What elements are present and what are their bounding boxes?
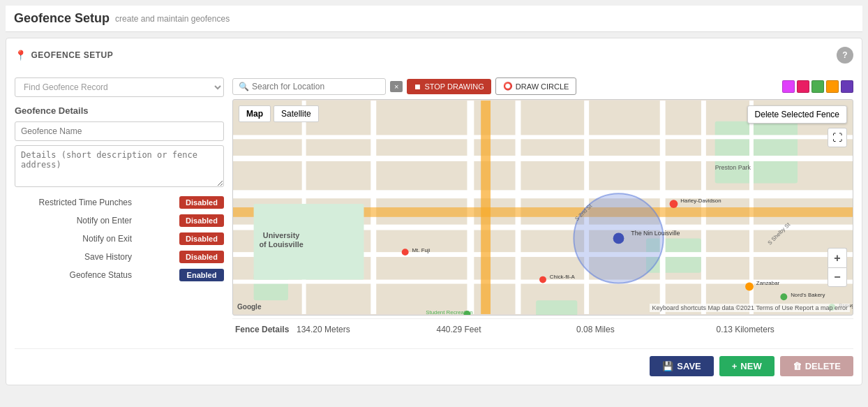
map-controls-row: 🔍 × ⏹ STOP DRAWING ⭕ DRAW CIRCLE bbox=[232, 77, 853, 95]
zoom-out-button[interactable]: − bbox=[828, 267, 847, 287]
color-swatch-orange[interactable] bbox=[826, 80, 839, 93]
page-title: Geofence Setup bbox=[14, 11, 110, 26]
geofence-status-toggle[interactable]: Enabled bbox=[179, 269, 224, 281]
svg-rect-5 bbox=[233, 190, 853, 198]
map-tab-map[interactable]: Map bbox=[239, 105, 271, 122]
search-clear-button[interactable]: × bbox=[390, 81, 403, 92]
fence-detail-feet: 440.29 Feet bbox=[437, 325, 571, 334]
svg-point-29 bbox=[539, 276, 546, 283]
notify-enter-label: Notify on Enter bbox=[15, 216, 137, 225]
delete-button[interactable]: 🗑 DELETE bbox=[780, 356, 853, 376]
svg-text:Preston Park: Preston Park bbox=[715, 164, 751, 171]
svg-text:Student Recreation: Student Recreation bbox=[426, 309, 472, 315]
svg-rect-9 bbox=[233, 156, 853, 161]
fullscreen-button[interactable]: ⛶ bbox=[828, 128, 847, 147]
page-subtitle: create and maintain geofences bbox=[115, 14, 230, 24]
find-geofence-select[interactable]: Find Geofence Record bbox=[15, 77, 224, 97]
color-swatch-pink[interactable] bbox=[797, 80, 809, 93]
fence-detail-meters: 134.20 Meters bbox=[297, 325, 431, 334]
save-history-label: Save History bbox=[15, 252, 137, 262]
svg-text:Chick-fil-A: Chick-fil-A bbox=[550, 274, 576, 280]
main-card: 📍 GEOFENCE SETUP ? Find Geofence Record … bbox=[6, 38, 862, 385]
save-button[interactable]: 💾 SAVE bbox=[650, 356, 713, 376]
draw-circle-button[interactable]: ⭕ DRAW CIRCLE bbox=[495, 77, 577, 95]
zoom-controls: + − bbox=[828, 248, 847, 287]
left-panel: Find Geofence Record Geofence Details Re… bbox=[15, 77, 224, 340]
svg-point-35 bbox=[780, 293, 787, 300]
circle-icon: ⭕ bbox=[503, 82, 513, 91]
map-tab-satellite[interactable]: Satellite bbox=[274, 105, 319, 122]
stop-drawing-button[interactable]: ⏹ STOP DRAWING bbox=[407, 79, 491, 94]
zoom-in-button[interactable]: + bbox=[828, 248, 847, 267]
page-title-bar: Geofence Setup create and maintain geofe… bbox=[6, 6, 862, 32]
svg-point-33 bbox=[745, 283, 754, 291]
fence-details-label: Fence Details bbox=[235, 325, 291, 334]
help-button[interactable]: ? bbox=[837, 47, 853, 64]
color-swatches bbox=[782, 80, 853, 93]
color-swatch-purple[interactable] bbox=[782, 80, 795, 93]
color-swatch-dark-purple[interactable] bbox=[841, 80, 853, 93]
restricted-time-punches-row: Restricted Time Punches Disabled bbox=[15, 196, 224, 209]
svg-text:Zanzabar: Zanzabar bbox=[756, 280, 780, 286]
svg-text:Mt. Fuji: Mt. Fuji bbox=[412, 247, 431, 253]
geofence-name-input[interactable] bbox=[15, 121, 224, 141]
find-geofence-row: Find Geofence Record bbox=[15, 77, 224, 97]
search-icon: 🔍 bbox=[239, 82, 249, 91]
fence-detail-miles: 0.08 Miles bbox=[576, 325, 711, 334]
save-history-toggle[interactable]: Disabled bbox=[179, 251, 224, 263]
geofence-status-row: Geofence Status Enabled bbox=[15, 269, 224, 281]
search-box: 🔍 bbox=[232, 78, 386, 95]
svg-rect-3 bbox=[536, 300, 577, 315]
fence-details-bar: Fence Details 134.20 Meters 440.29 Feet … bbox=[232, 318, 853, 340]
svg-text:of Louisville: of Louisville bbox=[259, 240, 303, 249]
notify-exit-toggle[interactable]: Disabled bbox=[179, 232, 224, 245]
geofence-details-textarea[interactable] bbox=[15, 145, 224, 187]
google-logo: Google bbox=[237, 303, 261, 311]
restricted-time-punches-toggle[interactable]: Disabled bbox=[179, 196, 224, 209]
fence-detail-km: 0.13 Kilometers bbox=[717, 325, 851, 334]
section-title: GEOFENCE SETUP bbox=[31, 50, 114, 60]
color-swatch-green[interactable] bbox=[811, 80, 824, 93]
pin-icon: 📍 bbox=[15, 50, 27, 61]
svg-text:Harley-Davidson: Harley-Davidson bbox=[680, 198, 721, 204]
svg-point-25 bbox=[613, 233, 624, 244]
right-panel: 🔍 × ⏹ STOP DRAWING ⭕ DRAW CIRCLE bbox=[232, 77, 853, 340]
map-container[interactable]: University of Louisville The Nin Louisvi… bbox=[232, 99, 853, 316]
geofence-status-label: Geofence Status bbox=[15, 270, 137, 280]
details-section-label: Geofence Details bbox=[15, 105, 224, 116]
action-row: 💾 SAVE + NEW 🗑 DELETE bbox=[15, 348, 853, 376]
content-layout: Find Geofence Record Geofence Details Re… bbox=[15, 77, 853, 340]
svg-rect-1 bbox=[715, 121, 798, 184]
svg-point-39 bbox=[402, 249, 409, 256]
notify-enter-row: Notify on Enter Disabled bbox=[15, 214, 224, 227]
new-button[interactable]: + NEW bbox=[719, 356, 775, 376]
save-icon: 💾 bbox=[662, 361, 673, 371]
notify-exit-row: Notify on Exit Disabled bbox=[15, 232, 224, 245]
new-icon: + bbox=[732, 361, 738, 371]
delete-selected-fence-button[interactable]: Delete Selected Fence bbox=[747, 105, 847, 124]
svg-text:University: University bbox=[263, 231, 299, 239]
restricted-time-punches-label: Restricted Time Punches bbox=[15, 198, 137, 207]
svg-text:The Nin Louisville: The Nin Louisville bbox=[631, 230, 680, 237]
notify-enter-toggle[interactable]: Disabled bbox=[179, 214, 224, 227]
delete-icon: 🗑 bbox=[793, 361, 802, 371]
save-history-row: Save History Disabled bbox=[15, 251, 224, 263]
map-tabs: Map Satellite bbox=[239, 105, 319, 122]
stop-icon: ⏹ bbox=[414, 82, 421, 91]
map-attribution: Keyboard shortcuts Map data ©2021 Terms … bbox=[650, 304, 850, 312]
fullscreen-icon: ⛶ bbox=[832, 132, 842, 143]
svg-point-27 bbox=[670, 200, 678, 208]
svg-text:Nord's Bakery: Nord's Bakery bbox=[791, 292, 825, 298]
card-header: 📍 GEOFENCE SETUP ? bbox=[15, 47, 853, 69]
svg-rect-10 bbox=[233, 135, 853, 139]
search-location-input[interactable] bbox=[252, 82, 380, 91]
notify-exit-label: Notify on Exit bbox=[15, 234, 137, 244]
